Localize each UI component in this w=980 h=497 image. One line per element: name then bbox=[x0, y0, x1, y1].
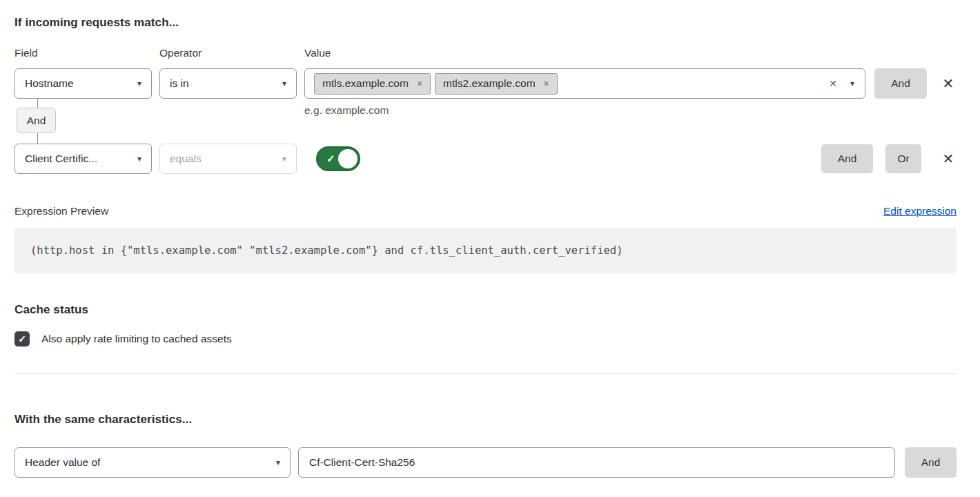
add-characteristic-and-button[interactable]: And bbox=[905, 447, 957, 478]
field-select-value: Hostname bbox=[25, 77, 74, 90]
expression-code: (http.host in {"mtls.example.com" "mtls2… bbox=[14, 228, 957, 273]
chip-remove-icon[interactable]: × bbox=[544, 78, 549, 89]
value-chip: mtls2.example.com × bbox=[435, 73, 558, 95]
operator-select-placeholder: equals bbox=[170, 153, 202, 165]
condition-row-2: Client Certific... ▾ equals ▾ ✓ And Or ✕ bbox=[14, 144, 957, 174]
value-chip-text: mtls.example.com bbox=[322, 77, 409, 90]
characteristic-row: Header value of ▾ And bbox=[14, 447, 957, 478]
characteristic-select-value: Header value of bbox=[25, 456, 100, 469]
chevron-down-icon: ▾ bbox=[276, 458, 280, 467]
chevron-down-icon: ▾ bbox=[282, 155, 286, 163]
value-chip: mtls.example.com × bbox=[314, 73, 431, 95]
expression-preview-label: Expression Preview bbox=[14, 205, 108, 217]
toggle-check-icon: ✓ bbox=[326, 153, 335, 165]
field-select-value: Client Certific... bbox=[25, 153, 97, 165]
chip-remove-icon[interactable]: × bbox=[417, 78, 422, 89]
cache-status-title: Cache status bbox=[14, 303, 957, 317]
multiselect-controls: ✕ ▾ bbox=[829, 78, 854, 89]
field-label: Field bbox=[14, 47, 159, 59]
operator-label: Operator bbox=[159, 47, 304, 59]
append-and-button[interactable]: And bbox=[821, 144, 873, 173]
condition-row-1: Hostname ▾ is in ▾ mtls.example.com × mt… bbox=[14, 68, 957, 99]
append-and-button[interactable]: And bbox=[874, 68, 927, 99]
clear-values-icon[interactable]: ✕ bbox=[829, 78, 837, 89]
section-divider bbox=[14, 373, 957, 374]
characteristics-title: With the same characteristics... bbox=[14, 413, 957, 427]
cached-assets-checkbox[interactable]: ✓ bbox=[14, 331, 30, 347]
value-input[interactable] bbox=[558, 73, 829, 94]
condition-connector-and-button[interactable]: And bbox=[17, 108, 56, 133]
edit-expression-link[interactable]: Edit expression bbox=[883, 205, 957, 217]
connector-zone: And e.g. example.com bbox=[14, 99, 957, 144]
operator-select-value: is in bbox=[170, 77, 189, 90]
value-label: Value bbox=[304, 47, 331, 59]
delete-condition-icon[interactable]: ✕ bbox=[940, 150, 957, 167]
append-or-button[interactable]: Or bbox=[885, 144, 921, 173]
operator-select-disabled: equals ▾ bbox=[159, 144, 297, 174]
cached-assets-label: Also apply rate limiting to cached asset… bbox=[41, 333, 232, 345]
operator-select[interactable]: is in ▾ bbox=[159, 68, 297, 99]
value-multiselect[interactable]: mtls.example.com × mtls2.example.com × ✕… bbox=[304, 68, 865, 99]
delete-condition-icon[interactable]: ✕ bbox=[940, 68, 957, 99]
checkbox-check-icon: ✓ bbox=[18, 333, 26, 344]
match-section-title: If incoming requests match... bbox=[14, 16, 957, 30]
chevron-down-icon: ▾ bbox=[137, 79, 141, 88]
cert-verified-toggle[interactable]: ✓ bbox=[316, 146, 360, 171]
rule-builder-page: If incoming requests match... Field Oper… bbox=[0, 0, 980, 497]
header-name-input[interactable] bbox=[298, 447, 895, 478]
cache-checkbox-row: ✓ Also apply rate limiting to cached ass… bbox=[14, 331, 957, 347]
chevron-down-icon[interactable]: ▾ bbox=[850, 79, 854, 88]
field-select[interactable]: Hostname ▾ bbox=[14, 68, 152, 99]
value-helper-text: e.g. example.com bbox=[304, 104, 389, 117]
toggle-knob bbox=[338, 149, 357, 168]
field-select[interactable]: Client Certific... ▾ bbox=[14, 144, 152, 174]
value-chip-text: mtls2.example.com bbox=[443, 77, 536, 90]
chevron-down-icon: ▾ bbox=[137, 155, 141, 163]
condition-labels-row: Field Operator Value bbox=[14, 47, 957, 59]
expression-preview-header: Expression Preview Edit expression bbox=[14, 205, 957, 217]
chevron-down-icon: ▾ bbox=[282, 79, 286, 88]
characteristic-select[interactable]: Header value of ▾ bbox=[14, 447, 291, 478]
